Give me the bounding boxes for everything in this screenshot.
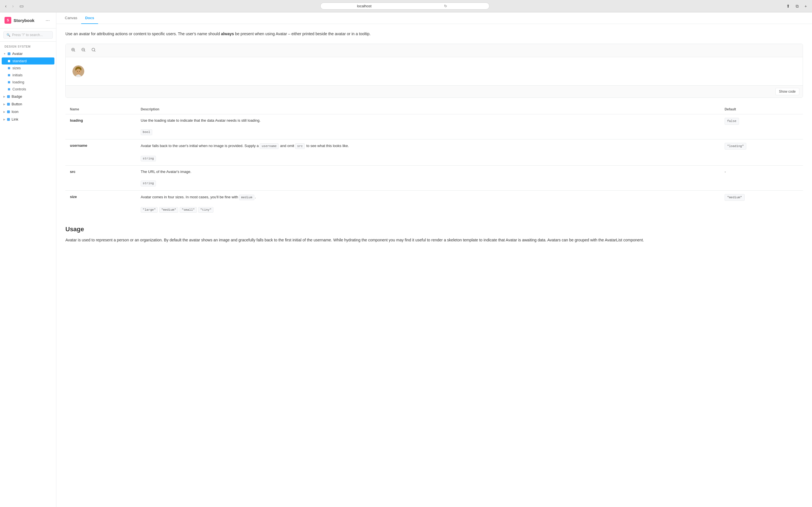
svg-point-13 xyxy=(79,71,80,72)
component-icon xyxy=(7,103,10,106)
address-bar: localhost ↻ xyxy=(320,3,490,10)
tab-docs-label: Docs xyxy=(85,16,94,20)
preview-area xyxy=(66,57,803,86)
prop-name-src: src xyxy=(70,170,75,174)
svg-line-8 xyxy=(94,51,96,52)
show-code-button[interactable]: Show code xyxy=(775,88,799,95)
search-input-container[interactable]: 🔍 Press "/" to search... xyxy=(3,31,53,39)
main-content: Use an avatar for attributing actions or… xyxy=(56,24,812,507)
prop-default-loading: false xyxy=(725,118,739,125)
sidebar-header: S Storybook ··· xyxy=(0,12,56,29)
group-name-avatar: Avatar xyxy=(12,52,22,56)
svg-line-5 xyxy=(84,51,86,52)
preview-box: Show code xyxy=(65,44,803,98)
prop-description-loading: Use the loading state to indicate that t… xyxy=(136,114,720,139)
docs-intro: Use an avatar for attributing actions or… xyxy=(65,31,803,37)
component-icon xyxy=(7,95,10,98)
story-icon xyxy=(8,67,10,69)
table-header-name: Name xyxy=(65,105,136,114)
table-row: username Avatar falls back to the user's… xyxy=(65,139,803,166)
sidebar-group-header-badge[interactable]: ▶ Badge xyxy=(0,93,56,100)
sidebar-toggle-button[interactable]: ▭ xyxy=(18,2,26,10)
sidebar-item-controls[interactable]: Controls xyxy=(0,86,56,93)
tab-docs[interactable]: Docs xyxy=(81,12,98,24)
prop-name-username: username xyxy=(70,144,87,148)
reload-icon: ↻ xyxy=(406,4,485,8)
tab-canvas[interactable]: Canvas xyxy=(61,12,81,24)
zoom-in-button[interactable] xyxy=(70,47,77,54)
prop-size-value-small: "small" xyxy=(180,207,197,213)
group-name-button: Button xyxy=(11,102,22,106)
usage-section: Usage Avatar is used to represent a pers… xyxy=(65,226,803,244)
svg-point-14 xyxy=(78,72,79,72)
prop-default-username: "loading" xyxy=(725,143,746,150)
sidebar-item-standard[interactable]: standard xyxy=(2,57,54,64)
group-name-link: Link xyxy=(11,117,18,121)
sidebar-group-badge: ▶ Badge xyxy=(0,93,56,100)
story-label-loading: loading xyxy=(12,80,24,84)
prop-description-src: The URL of the Avatar's image. string xyxy=(136,166,720,191)
story-label-initials: initials xyxy=(12,73,22,77)
table-header-default: Default xyxy=(720,105,803,114)
svg-point-11 xyxy=(76,69,81,74)
chevron-down-icon: ▼ xyxy=(3,52,6,55)
back-button[interactable]: ‹ xyxy=(3,3,8,10)
usage-text: Avatar is used to represent a person or … xyxy=(65,237,803,244)
sidebar-item-sizes[interactable]: sizes xyxy=(0,64,56,71)
sidebar-group-header-avatar[interactable]: ▼ Avatar xyxy=(0,50,56,57)
main: Canvas Docs Use an avatar for attributin… xyxy=(56,12,812,507)
preview-toolbar xyxy=(66,44,803,57)
sidebar: S Storybook ··· 🔍 Press "/" to search...… xyxy=(0,12,56,507)
svg-point-15 xyxy=(75,71,77,72)
table-header-description: Description xyxy=(136,105,720,114)
sidebar-more-button[interactable]: ··· xyxy=(44,16,52,24)
story-label-sizes: sizes xyxy=(12,66,21,70)
table-row: src The URL of the Avatar's image. strin… xyxy=(65,166,803,191)
search-icon: 🔍 xyxy=(6,33,10,37)
prop-name-size: size xyxy=(70,194,77,199)
sidebar-search: 🔍 Press "/" to search... xyxy=(0,29,56,42)
prop-type-username: string xyxy=(141,156,156,162)
sidebar-logo: S Storybook xyxy=(4,17,35,24)
new-tab-button[interactable]: ⧉ xyxy=(794,3,801,10)
prop-size-code: medium xyxy=(239,194,254,201)
sidebar-item-initials[interactable]: initials xyxy=(0,71,56,78)
share-button[interactable]: ⬆ xyxy=(784,3,792,10)
preview-footer: Show code xyxy=(66,86,803,98)
zoom-out-button[interactable] xyxy=(80,47,87,54)
component-icon xyxy=(8,52,10,55)
tab-canvas-label: Canvas xyxy=(65,16,77,20)
section-label: DESIGN SYSTEM xyxy=(0,42,56,50)
browser-chrome: ‹ › ▭ localhost ↻ ⬆ ⧉ + xyxy=(0,0,812,12)
zoom-reset-icon xyxy=(91,48,96,52)
url-text: localhost xyxy=(324,4,404,8)
sidebar-group-icon: ▶ Icon xyxy=(0,108,56,115)
story-icon xyxy=(8,74,10,76)
story-label-controls: Controls xyxy=(12,87,26,91)
forward-button[interactable]: › xyxy=(10,3,15,10)
prop-default-size: "medium" xyxy=(725,194,745,201)
search-placeholder: Press "/" to search... xyxy=(12,33,43,37)
props-table: Name Description Default loading Use the… xyxy=(65,105,803,217)
story-icon xyxy=(8,81,10,83)
zoom-in-icon xyxy=(71,48,75,52)
prop-src-code: src xyxy=(295,144,305,149)
sidebar-group-header-icon[interactable]: ▶ Icon xyxy=(0,108,56,115)
component-icon xyxy=(7,118,10,121)
story-label-standard: standard xyxy=(12,59,27,63)
sidebar-group-header-link[interactable]: ▶ Link xyxy=(0,115,56,123)
table-row: loading Use the loading state to indicat… xyxy=(65,114,803,139)
chevron-right-icon: ▶ xyxy=(3,103,5,106)
add-tab-button[interactable]: + xyxy=(803,3,809,10)
sidebar-group-header-button[interactable]: ▶ Button xyxy=(0,100,56,108)
prop-description-username: Avatar falls back to the user's initial … xyxy=(136,139,720,166)
chevron-right-icon: ▶ xyxy=(3,95,5,98)
chevron-right-icon: ▶ xyxy=(3,118,5,121)
group-name-badge: Badge xyxy=(11,94,22,99)
group-name-icon: Icon xyxy=(11,110,18,114)
prop-username-code: username xyxy=(260,144,278,149)
sidebar-item-loading[interactable]: loading xyxy=(0,78,56,86)
prop-size-value-large: "large" xyxy=(141,207,158,213)
docs-intro-bold: always xyxy=(221,32,234,36)
zoom-reset-button[interactable] xyxy=(90,47,97,54)
